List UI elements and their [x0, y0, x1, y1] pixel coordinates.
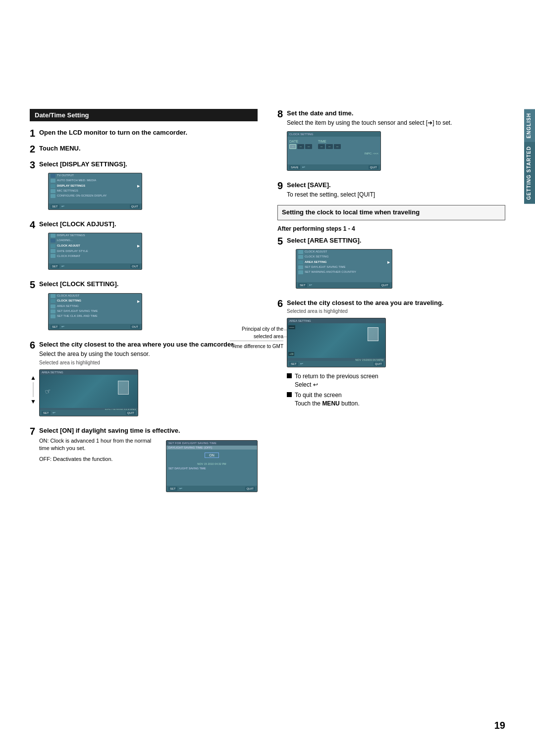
dst-row-1: DAYLIGHT SAVING TIME: [OFF] [166, 446, 257, 450]
step-9-text: Select [SAVE]. [287, 181, 331, 189]
note-1-bullet [287, 373, 292, 378]
clock-setting-menu-screen: CLOCK ADJUST CLOCK SETTING▶ AREA SETTING… [48, 293, 142, 330]
step-4: 4 Select [CLOCK ADJUST]. DISPLAY SETTING… [30, 220, 258, 274]
step-9-sub: To reset the setting, select [QUIT] [287, 191, 505, 199]
time-t1: -- [318, 144, 325, 149]
clock-bottom-bar: SAVE ↩ QUIT [287, 164, 380, 170]
right-column: 8 Set the date and time. Select the item… [277, 109, 505, 726]
clock-fields-area: DATE -- -- -- TIME -- [287, 137, 380, 152]
time-t2: -- [326, 144, 333, 149]
step-5-right-content: Select [AREA SETTING]. CLOCK ADJUST CLOC… [287, 236, 505, 293]
cs-row-1: CLOCK ADJUST [49, 294, 142, 299]
ca-row-4: DATE DISPLAY STYLE [49, 249, 142, 253]
step-7: 7 Select [ON] if daylight saving time is… [30, 426, 258, 495]
dst-row-bottom: SET DAYLIGHT SAVING TIME [166, 466, 257, 470]
step-8: 8 Set the date and time. Select the item… [277, 109, 505, 175]
area-bottom-bar-left: SET ↩ QUIT [40, 410, 138, 416]
step-3: 3 Select [DISPLAY SETTINGS]. TV OUTPUT A… [30, 160, 258, 214]
step-6-right-number: 6 [277, 299, 285, 308]
menu-row-2: AUTO SWITCH MED. MEDIA [49, 178, 142, 183]
step-6-left: 6 Select the city closest to the area wh… [30, 340, 258, 420]
quit-btn-2: OUT [130, 264, 140, 268]
step-3-content: Select [DISPLAY SETTINGS]. TV OUTPUT AUT… [39, 160, 258, 214]
step-2-number: 2 [30, 144, 38, 154]
step-2-text: Touch MENU. [39, 145, 81, 152]
step-2: 2 Touch MENU. [30, 144, 258, 154]
note-1: To return to the previous screen Select … [287, 372, 505, 389]
clock-back-arrow: ↩ [302, 165, 305, 169]
back-arrow-1: ↩ [61, 204, 64, 208]
step-6-right-text: Select the city closest to the area you … [287, 299, 443, 306]
dst-set-btn: SET [168, 487, 177, 491]
top-margin [30, 20, 505, 109]
step-6-left-sub: Select the area by using the touch senso… [39, 350, 258, 358]
step-6-right-content: Select the city closest to the area you … [287, 299, 505, 409]
left-column: Date/Time Setting 1 Open the LCD monitor… [30, 109, 258, 726]
step-6-left-content: Select the city closest to the area wher… [39, 340, 258, 420]
menu-row-4: MIC SETTINGS [49, 189, 142, 194]
header-title: Date/Time Setting [35, 111, 89, 119]
back-arrow-2: ↩ [61, 264, 64, 268]
area-setting-menu-screen: CLOCK ADJUST CLOCK SETTING AREA SETTING▶… [296, 249, 392, 289]
map-highlight-right [368, 327, 378, 341]
area-map-right: —— +00 [287, 323, 385, 358]
date-d2: -- [297, 144, 304, 149]
step-9: 9 Select [SAVE]. To reset the setting, s… [277, 181, 505, 199]
area-r-set-btn: SET [289, 362, 298, 366]
area-screen-left-wrapper: ▲ ▼ AREA SETTING [39, 369, 258, 416]
note-2-text: To quit the screen [295, 392, 342, 399]
date-boxes: -- -- -- [289, 144, 312, 149]
dst-quit-btn: QUIT [245, 487, 255, 491]
page-number: 19 [494, 720, 505, 731]
dst-screen: SET FOR DAYLIGHT SAVING TIME DAYLIGHT SA… [166, 440, 258, 492]
note-1-content: To return to the previous screen Select … [295, 372, 378, 389]
time-t3: -- [334, 144, 341, 149]
page-container: Date/Time Setting 1 Open the LCD monitor… [0, 0, 535, 756]
step-8-content: Set the date and time. Select the item b… [287, 109, 505, 175]
clock-set-btn: SAVE [289, 165, 300, 169]
cs-row-2: CLOCK SETTING▶ [49, 299, 142, 304]
step-7-number: 7 [30, 426, 38, 436]
step-4-text: Select [CLOCK ADJUST]. [39, 220, 116, 228]
ca-row-2: LOADING... [49, 238, 142, 243]
step-3-number: 3 [30, 160, 38, 170]
area-right-body: —— +00 [287, 323, 385, 358]
set-btn-2: SET [51, 264, 59, 268]
as-row-2: CLOCK SETTING [296, 254, 392, 259]
sidebar-getting-started: GETTING STARTED [524, 142, 535, 204]
ca-row-3: CLOCK ADJUST▶ [49, 243, 142, 249]
sidebar-getting-label: GETTING STARTED [526, 146, 532, 200]
step-6-left-text: Select the city closest to the area wher… [39, 341, 235, 348]
map-highlight-left [118, 381, 129, 395]
as-bottom-bar: SET ↩ QUIT [296, 282, 392, 288]
section-header: Date/Time Setting [30, 109, 258, 121]
dst-on-option: ON [166, 450, 257, 459]
off-label: OFF: Deactivates the function. [39, 455, 161, 463]
screen-bottom-bar-1: SET ↩ QUIT [49, 203, 142, 209]
highlight-box-title: Setting the clock to local time when tra… [282, 208, 501, 216]
step-1-text: Open the LCD monitor to turn on the camc… [39, 129, 187, 136]
menu-row-3: DISPLAY SETTINGS▶ [49, 183, 142, 189]
scroll-indicator: ▲ ▼ [30, 374, 36, 405]
after-steps: After performing steps 1 - 4 [277, 225, 505, 232]
step-9-number: 9 [277, 181, 285, 191]
dst-date: NOV 15 2010 04:32 PM [166, 459, 257, 466]
note-2-sub: Touch the MENU button. [295, 400, 360, 407]
notes-section: To return to the previous screen Select … [287, 372, 505, 407]
area-quit-btn: QUIT [126, 411, 136, 415]
step-5-right: 5 Select [AREA SETTING]. CLOCK ADJUST CL… [277, 236, 505, 293]
note-1-text: To return to the previous screen [295, 373, 378, 380]
step-1: 1 Open the LCD monitor to turn on the ca… [30, 128, 258, 138]
time-diff-box: +00 [288, 352, 294, 356]
note-2-bullet [287, 392, 292, 397]
time-label: TIME [318, 140, 341, 143]
menu-row-1: TV OUTPUT [49, 173, 142, 178]
step-8-title: Set the date and time. [287, 109, 353, 117]
area-screen-right: AREA SETTING —— +00 [287, 318, 386, 367]
step-6-right: 6 Select the city closest to the area yo… [277, 299, 505, 409]
display-settings-screen: TV OUTPUT AUTO SWITCH MED. MEDIA DISPLAY… [48, 173, 142, 210]
clock-setting-screen: CLOCK SETTING DATE -- -- -- [287, 131, 381, 171]
sidebar-labels: ENGLISH GETTING STARTED [524, 109, 535, 204]
note-1-sub: Select ↩ [295, 381, 318, 388]
area-screen-left-body: ☞ [40, 375, 138, 408]
